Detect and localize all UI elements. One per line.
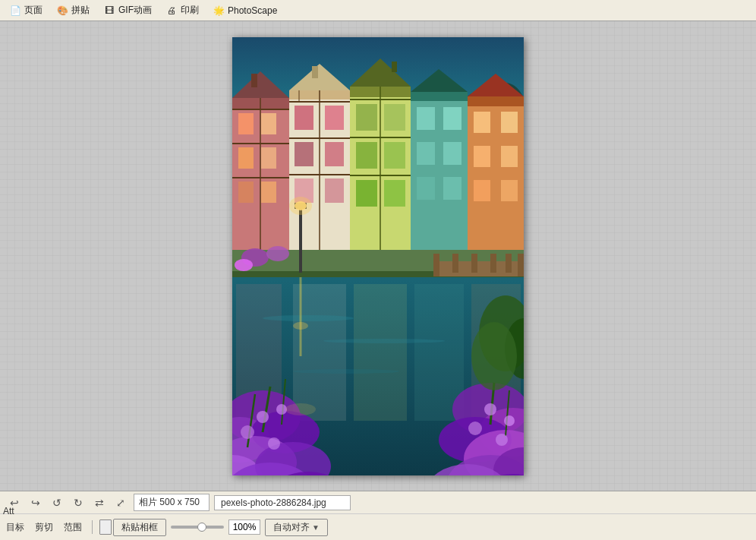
svg-point-69 xyxy=(235,259,253,271)
range-label: 范围 xyxy=(61,521,85,534)
toolbar-row2: 目标 剪切 范围 粘贴相框 自动对齐 ▼ xyxy=(0,514,756,540)
svg-rect-19 xyxy=(325,106,344,130)
svg-rect-36 xyxy=(384,180,405,207)
flip-icon: ⇄ xyxy=(95,497,104,509)
photo-svg xyxy=(232,37,524,475)
svg-rect-45 xyxy=(417,142,435,165)
paste-frame-button[interactable]: 粘贴相框 xyxy=(113,519,166,536)
zoom-slider-track[interactable] xyxy=(171,526,224,529)
svg-rect-79 xyxy=(490,254,496,273)
rotate-left-button[interactable]: ↺ xyxy=(49,494,65,511)
svg-point-126 xyxy=(285,403,316,415)
transform-button[interactable]: ⤢ xyxy=(112,494,129,511)
svg-point-120 xyxy=(504,415,515,426)
zoom-input[interactable] xyxy=(228,519,260,535)
menu-print-label: 印刷 xyxy=(181,4,199,17)
svg-rect-76 xyxy=(518,254,524,276)
svg-rect-80 xyxy=(506,254,512,273)
svg-rect-50 xyxy=(468,96,524,106)
photo-info-label: 相片 500 x 750 xyxy=(139,496,200,509)
svg-rect-47 xyxy=(417,177,435,200)
svg-rect-63 xyxy=(312,66,318,78)
svg-point-116 xyxy=(276,404,287,415)
menu-collage[interactable]: 🎨 拼贴 xyxy=(50,2,96,18)
svg-rect-53 xyxy=(474,146,490,167)
svg-rect-21 xyxy=(325,142,344,166)
tool-icon-btn[interactable] xyxy=(99,519,112,535)
collage-icon: 🎨 xyxy=(56,5,68,17)
svg-point-68 xyxy=(266,246,289,261)
svg-rect-54 xyxy=(501,146,518,167)
svg-rect-32 xyxy=(384,104,405,131)
auto-align-label: 自动对齐 xyxy=(273,521,310,534)
target-label: 目标 xyxy=(3,521,27,534)
svg-rect-51 xyxy=(474,112,490,133)
svg-point-122 xyxy=(496,434,508,446)
svg-rect-62 xyxy=(251,74,257,87)
svg-rect-56 xyxy=(501,180,518,201)
svg-point-88 xyxy=(323,339,445,343)
separator1 xyxy=(92,520,93,534)
menu-photoscape[interactable]: 🌟 PhotoScape xyxy=(206,3,283,18)
photo-frame xyxy=(232,37,524,475)
svg-rect-42 xyxy=(411,92,468,101)
svg-rect-48 xyxy=(443,177,461,200)
svg-rect-35 xyxy=(356,180,377,207)
svg-point-91 xyxy=(293,322,308,330)
svg-rect-6 xyxy=(238,113,254,134)
rotate-right-icon: ↻ xyxy=(74,497,83,509)
svg-rect-18 xyxy=(295,106,313,130)
svg-rect-55 xyxy=(474,180,490,201)
svg-rect-78 xyxy=(471,254,477,273)
toolbar-row1: ↩ ↪ ↺ ↻ ⇄ ⤢ 相片 500 x 750 pexels-photo-28… xyxy=(0,491,756,514)
zoom-slider-thumb[interactable] xyxy=(197,523,206,532)
svg-rect-84 xyxy=(354,284,407,421)
svg-rect-11 xyxy=(261,182,276,203)
svg-rect-46 xyxy=(443,142,461,165)
flip-button[interactable]: ⇄ xyxy=(91,494,108,511)
filename-display: pexels-photo-2886284.jpg xyxy=(214,495,351,510)
svg-rect-9 xyxy=(261,147,276,169)
menu-photoscape-label: PhotoScape xyxy=(228,5,277,16)
svg-rect-52 xyxy=(501,112,518,133)
svg-rect-64 xyxy=(392,62,397,72)
filename-label: pexels-photo-2886284.jpg xyxy=(221,497,326,508)
svg-rect-31 xyxy=(356,104,377,131)
pages-icon: 📄 xyxy=(9,5,21,17)
svg-rect-7 xyxy=(261,113,276,134)
cut-label: 剪切 xyxy=(32,521,56,534)
menu-collage-label: 拼贴 xyxy=(71,4,90,17)
svg-rect-10 xyxy=(238,182,254,203)
menu-gif[interactable]: 🎞 GIF动画 xyxy=(97,2,158,18)
gif-icon: 🎞 xyxy=(103,5,115,17)
main-canvas-area xyxy=(0,21,756,491)
svg-rect-33 xyxy=(356,142,377,169)
transform-icon: ⤢ xyxy=(116,497,125,509)
zoom-slider-area xyxy=(171,526,224,529)
redo-icon: ↪ xyxy=(31,497,40,509)
rotate-right-button[interactable]: ↻ xyxy=(70,494,87,511)
svg-rect-75 xyxy=(433,254,439,276)
svg-point-119 xyxy=(484,403,496,415)
svg-rect-44 xyxy=(443,107,461,130)
svg-rect-77 xyxy=(452,254,458,273)
menu-gif-label: GIF动画 xyxy=(118,4,152,17)
photo-info: 相片 500 x 750 xyxy=(134,494,209,511)
svg-point-117 xyxy=(241,425,254,439)
svg-point-125 xyxy=(471,322,517,390)
menu-pages-label: 页面 xyxy=(24,4,43,17)
menu-print[interactable]: 🖨 印刷 xyxy=(159,2,205,18)
redo-button[interactable]: ↪ xyxy=(27,494,44,511)
svg-point-89 xyxy=(293,369,399,374)
photoscape-icon: 🌟 xyxy=(213,5,225,17)
att-text: Att xyxy=(0,504,17,518)
menu-pages[interactable]: 📄 页面 xyxy=(3,2,49,18)
svg-rect-23 xyxy=(325,178,344,203)
svg-rect-8 xyxy=(238,147,254,169)
dropdown-arrow-icon: ▼ xyxy=(312,523,320,532)
svg-point-73 xyxy=(289,197,312,215)
canvas-area xyxy=(0,21,756,491)
menubar: 📄 页面 🎨 拼贴 🎞 GIF动画 🖨 印刷 🌟 PhotoScape xyxy=(0,0,756,21)
svg-point-115 xyxy=(257,411,269,423)
auto-align-button[interactable]: 自动对齐 ▼ xyxy=(265,519,328,536)
